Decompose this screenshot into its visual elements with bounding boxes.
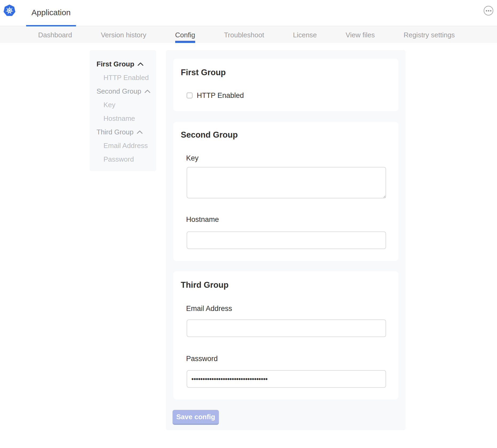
sidebar-group-first-group[interactable]: First Group: [90, 57, 156, 71]
group-title: Third Group: [181, 280, 229, 290]
email-address-label: Email Address: [186, 305, 232, 313]
hostname-input[interactable]: [187, 231, 386, 249]
tab-dashboard[interactable]: Dashboard: [38, 27, 72, 43]
email-address-input[interactable]: [187, 319, 386, 337]
http-enabled-row: HTTP Enabled: [187, 91, 244, 100]
key-label: Key: [186, 154, 199, 162]
sidebar-item-hostname[interactable]: Hostname: [90, 112, 156, 125]
sidebar-item-http-enabled[interactable]: HTTP Enabled: [90, 71, 156, 85]
hostname-label: Hostname: [186, 215, 219, 224]
chevron-up-icon: [138, 62, 143, 66]
save-config-button[interactable]: Save config: [173, 410, 219, 425]
sidebar-group-third-group[interactable]: Third Group: [90, 125, 156, 139]
config-form-panel: First Group HTTP Enabled Second Group Ke…: [166, 50, 406, 430]
password-label: Password: [186, 355, 218, 363]
tab-view-files[interactable]: View files: [346, 27, 375, 43]
kubernetes-logo-icon: [3, 4, 16, 17]
app-tab-application[interactable]: Application: [26, 0, 76, 26]
tab-troubleshoot[interactable]: Troubleshoot: [224, 27, 264, 43]
sidebar-item-password[interactable]: Password: [90, 153, 156, 166]
sidebar-group-label: First Group: [97, 60, 134, 68]
sidebar-group-second-group[interactable]: Second Group: [90, 85, 156, 98]
http-enabled-label: HTTP Enabled: [197, 91, 244, 100]
config-card-third-group: Third Group Email Address Password: [173, 271, 398, 399]
app-nav-bar: Dashboard Version history Config Trouble…: [0, 27, 497, 43]
group-title: First Group: [181, 68, 226, 77]
chevron-up-icon: [145, 90, 150, 93]
key-textarea[interactable]: [187, 167, 386, 198]
tab-config[interactable]: Config: [175, 27, 195, 43]
sidebar-item-key[interactable]: Key: [90, 98, 156, 112]
group-title: Second Group: [181, 130, 238, 140]
sidebar-group-label: Third Group: [97, 128, 134, 136]
ellipsis-icon[interactable]: [484, 6, 493, 15]
http-enabled-checkbox[interactable]: [187, 93, 193, 98]
top-bar: Application: [0, 0, 497, 26]
tab-license[interactable]: License: [293, 27, 317, 43]
password-input[interactable]: [187, 370, 386, 388]
config-card-first-group: First Group HTTP Enabled: [173, 59, 398, 111]
sidebar-group-label: Second Group: [97, 87, 141, 95]
tab-version-history[interactable]: Version history: [101, 27, 146, 43]
config-groups-sidebar: First Group HTTP Enabled Second Group Ke…: [90, 50, 156, 171]
tab-registry-settings[interactable]: Registry settings: [404, 27, 455, 43]
sidebar-item-email-address[interactable]: Email Address: [90, 139, 156, 153]
config-card-second-group: Second Group Key Hostname: [173, 122, 398, 261]
chevron-up-icon: [137, 130, 143, 134]
